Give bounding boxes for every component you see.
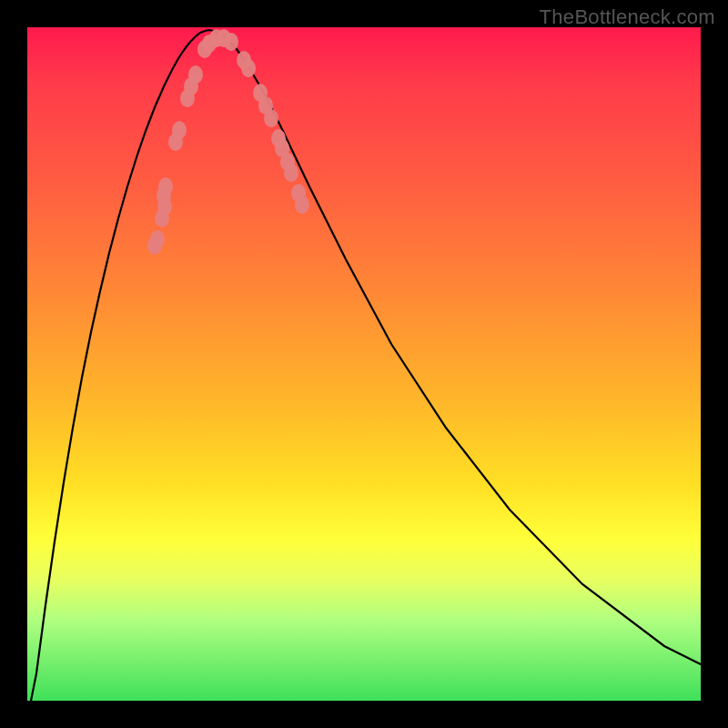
svg-point-24 xyxy=(284,164,298,182)
plot-area xyxy=(27,27,701,701)
svg-point-20 xyxy=(264,109,278,127)
watermark-text: TheBottleneck.com xyxy=(540,5,715,29)
svg-point-5 xyxy=(158,177,173,196)
svg-point-1 xyxy=(150,230,165,248)
svg-point-26 xyxy=(295,196,309,214)
curve-line xyxy=(27,30,701,719)
svg-point-17 xyxy=(241,59,256,77)
chart-svg xyxy=(27,27,701,701)
outer-frame: TheBottleneck.com xyxy=(0,0,728,728)
highlight-dots xyxy=(147,29,309,255)
svg-point-7 xyxy=(172,121,187,139)
svg-point-15 xyxy=(224,33,238,51)
svg-point-10 xyxy=(188,66,203,84)
